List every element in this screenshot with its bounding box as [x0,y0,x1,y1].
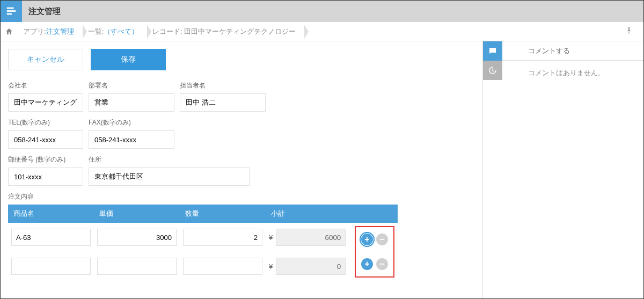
comment-action[interactable]: コメントする [502,41,643,61]
svg-rect-2 [7,13,12,15]
order-table: 商品名 単価 数量 小計 ¥ + [8,205,398,281]
svg-rect-0 [7,8,14,9]
crumb-record-label: レコード: 田田中マーケティングテクノロジー [152,27,296,37]
contact-input[interactable] [180,93,266,112]
th-subtotal: 小計 [266,205,352,223]
crumb-app-label: アプリ: [23,27,46,37]
add-row-button[interactable]: + [361,234,373,245]
row-price-input[interactable] [97,258,177,275]
breadcrumb: アプリ: 注文管理 一覧: （すべて） レコード: 田田中マーケティングテクノロ… [1,22,643,41]
addr-label: 住所 [89,155,250,164]
zip-input[interactable] [8,167,83,186]
sidebar: コメントする コメントはありません。 [482,41,643,299]
company-label: 会社名 [8,81,83,90]
zip-label: 郵便番号 (数字のみ) [8,155,83,164]
svg-rect-1 [7,10,16,12]
home-icon[interactable] [5,27,13,36]
tel-input[interactable] [8,130,83,149]
pin-icon[interactable] [625,27,633,36]
crumb-list[interactable]: 一覧: （すべて） [83,25,148,39]
crumb-app-link: 注文管理 [46,27,74,37]
row-qty-input[interactable] [183,258,262,275]
crumb-app[interactable]: アプリ: 注文管理 [18,25,83,39]
th-name: 商品名 [8,205,94,223]
row-subtotal [276,229,346,246]
company-input[interactable] [8,93,83,112]
table-row: ¥ [8,252,398,281]
yen-symbol: ¥ [269,234,273,242]
row-name-input[interactable] [11,258,91,275]
add-row-button[interactable]: + [361,258,373,270]
yen-symbol: ¥ [269,262,273,271]
history-tab[interactable] [483,61,502,80]
order-title: 注文内容 [8,192,475,201]
app-title: 注文管理 [28,6,61,17]
save-button[interactable]: 保存 [91,49,166,70]
row-qty-input[interactable] [183,229,262,246]
app-header: 注文管理 [1,1,643,22]
th-qty: 数量 [180,205,266,223]
fax-label: FAX(数字のみ) [89,118,174,127]
comment-tab[interactable] [483,41,502,61]
table-row: ¥ + − + − [8,223,398,252]
row-name-input[interactable] [11,229,91,246]
th-price: 単価 [94,205,180,223]
form-area: キャンセル 保存 会社名 部署名 担当者名 TEL(数字のみ) F [1,41,482,299]
dept-input[interactable] [89,93,174,112]
addr-input[interactable] [89,167,250,186]
row-price-input[interactable] [97,229,177,246]
fax-input[interactable] [89,130,174,149]
remove-row-button[interactable]: − [376,258,388,270]
app-icon [1,1,22,22]
row-actions-highlight: + − + − [355,226,394,278]
cancel-button[interactable]: キャンセル [8,49,83,70]
dept-label: 部署名 [89,81,174,90]
crumb-list-label: 一覧: [88,27,104,37]
contact-label: 担当者名 [180,81,266,90]
remove-row-button[interactable]: − [376,234,388,245]
crumb-list-link: （すべて） [104,27,138,37]
crumb-record: レコード: 田田中マーケティングテクノロジー [147,25,304,39]
comment-empty: コメントはありません。 [502,61,643,85]
tel-label: TEL(数字のみ) [8,118,83,127]
row-subtotal [276,258,346,275]
